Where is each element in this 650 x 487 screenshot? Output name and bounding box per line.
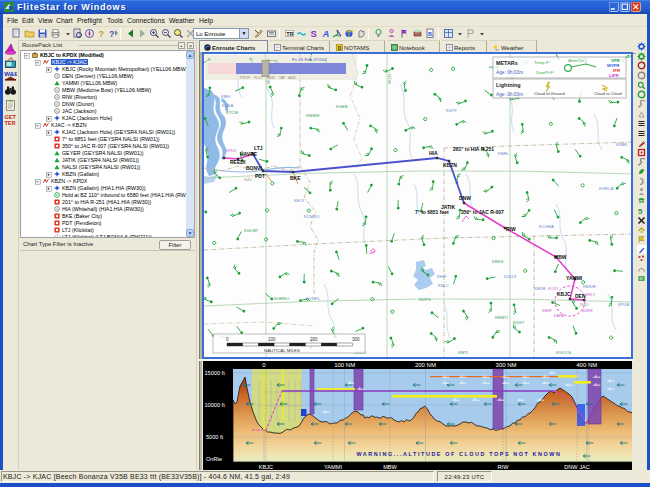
svg-text:=A==: =A==	[502, 381, 510, 385]
svg-text:KBJC: KBJC	[557, 291, 571, 297]
svg-text:KBDR: KBDR	[534, 286, 546, 291]
svg-text:D: D	[338, 45, 342, 51]
svg-text:281° to HIA R.251: 281° to HIA R.251	[453, 146, 494, 152]
svg-text:KEOI: KEOI	[294, 198, 304, 203]
svg-text:=A==: =A==	[593, 383, 601, 387]
svg-text:W&B: W&B	[4, 71, 17, 77]
svg-text:BONVL: BONVL	[246, 165, 264, 171]
svg-text:400 NM: 400 NM	[576, 362, 597, 368]
svg-text:KFLY: KFLY	[586, 293, 596, 297]
svg-text:=A==: =A==	[517, 398, 525, 402]
svg-text:300 NM: 300 NM	[496, 362, 517, 368]
svg-text:200 NM: 200 NM	[415, 362, 436, 368]
svg-text:=A==: =A==	[542, 375, 550, 379]
svg-text:BKE: BKE	[290, 175, 301, 181]
svg-text:=A==: =A==	[482, 381, 490, 385]
svg-text:=A==: =A==	[593, 375, 601, 379]
svg-text:KGOOS: KGOOS	[556, 350, 572, 355]
svg-text:300: 300	[352, 337, 360, 342]
svg-text:WARNING...ALTITUDE OF CLOUD TO: WARNING...ALTITUDE OF CLOUD TOPS NOT KNO…	[356, 451, 561, 457]
svg-text:5000 ft: 5000 ft	[206, 434, 224, 440]
svg-text:KSEA: KSEA	[222, 103, 233, 108]
svg-text:Fri 26 Feb 07:00Z: Fri 26 Feb 07:00Z	[292, 57, 327, 62]
svg-text:KONFL: KONFL	[306, 296, 321, 301]
svg-text:RIW: RIW	[506, 226, 516, 232]
svg-text:Age: 0h:03m: Age: 0h:03m	[496, 70, 523, 75]
svg-text:KIBRL: KIBRL	[616, 142, 629, 147]
svg-text:RIW: RIW	[498, 464, 510, 470]
svg-text:YAMMI: YAMMI	[324, 464, 342, 470]
svg-text:TER: TER	[5, 120, 16, 126]
svg-text:W105°: W105°	[632, 71, 633, 84]
svg-text:HAVRE: HAVRE	[240, 151, 258, 157]
svg-text:Cloud to Ground: Cloud to Ground	[534, 91, 565, 96]
svg-text:KMTI: KMTI	[458, 350, 468, 355]
svg-text:PROP FLIO SGW TAF A: PROP FLIO SGW TAF AMD	[240, 76, 297, 80]
svg-text:100 NM: 100 NM	[334, 362, 355, 368]
svg-text:DNW: DNW	[459, 195, 471, 201]
svg-text:KSTF: KSTF	[446, 108, 457, 113]
svg-text:KBZN: KBZN	[443, 162, 457, 168]
svg-text:=A==: =A==	[459, 381, 467, 385]
svg-text:K2013: K2013	[504, 274, 517, 279]
svg-text:KBJC: KBJC	[259, 464, 273, 470]
svg-text:=A==: =A==	[347, 381, 355, 385]
svg-text:15000 ft: 15000 ft	[205, 370, 226, 376]
svg-text:DewPt F°: DewPt F°	[536, 70, 555, 75]
svg-text:KGEB: KGEB	[336, 104, 348, 109]
svg-text:=A==: =A==	[522, 375, 530, 379]
svg-text:=A==: =A==	[542, 381, 550, 385]
svg-text:W115°: W115°	[387, 71, 392, 84]
svg-text:KRKS: KRKS	[492, 259, 504, 264]
svg-text:KEIDR: KEIDR	[583, 284, 596, 289]
svg-text:KGXT: KGXT	[513, 320, 525, 325]
svg-text:MBW: MBW	[554, 254, 567, 260]
svg-text:YAMMI: YAMMI	[566, 275, 583, 281]
svg-text:KBRL: KBRL	[498, 151, 510, 156]
svg-text:350° to JAC R-007: 350° to JAC R-007	[461, 209, 504, 215]
svg-text:Cloud to Cloud: Cloud to Cloud	[594, 91, 622, 96]
svg-text:PDT: PDT	[255, 173, 265, 179]
svg-text:=A==: =A==	[549, 371, 557, 375]
svg-text:OnRte: OnRte	[206, 456, 222, 462]
svg-text:=A==: =A==	[607, 387, 615, 391]
svg-text:=A==: =A==	[607, 379, 615, 383]
svg-text:=A==: =A==	[357, 387, 365, 391]
svg-text:KDPG: KDPG	[419, 297, 431, 302]
svg-text:KBFI: KBFI	[221, 94, 230, 99]
svg-text:Lightning: Lightning	[496, 82, 521, 88]
svg-text:METARs: METARs	[496, 60, 518, 66]
svg-text:=A==: =A==	[482, 375, 490, 379]
svg-text:KTCM: KTCM	[226, 110, 238, 115]
svg-text:5: 5	[638, 207, 643, 216]
svg-text:=A==: =A==	[565, 383, 573, 387]
svg-text:NAUTICAL MILES: NAUTICAL MILES	[264, 348, 300, 353]
svg-text:KGRNO: KGRNO	[274, 296, 290, 301]
svg-text:KVRCA: KVRCA	[599, 186, 614, 191]
svg-text:Temp F°: Temp F°	[534, 60, 551, 65]
svg-text:N45°: N45°	[244, 177, 254, 182]
svg-text:REEDI: REEDI	[230, 159, 246, 165]
svg-text:?: ?	[99, 29, 105, 39]
svg-text:KHIF: KHIF	[437, 274, 447, 279]
svg-text:KCGRA: KCGRA	[539, 224, 554, 229]
svg-text:DEN: DEN	[575, 293, 586, 299]
svg-text:HIA: HIA	[429, 150, 438, 156]
svg-text:KMWH: KMWH	[306, 113, 319, 118]
svg-text:KAPA: KAPA	[554, 314, 564, 318]
svg-text:KEMTI: KEMTI	[495, 315, 508, 320]
svg-text:=A==: =A==	[537, 398, 545, 402]
svg-text:LIFR: LIFR	[609, 73, 620, 78]
svg-text:=A==: =A==	[459, 375, 467, 379]
svg-text:=A==: =A==	[442, 381, 450, 385]
svg-text:A: A	[322, 28, 330, 39]
svg-text:Age: 0h:00m: Age: 0h:00m	[496, 92, 523, 97]
svg-text:=A==: =A==	[497, 398, 505, 402]
svg-text:=A==: =A==	[452, 398, 460, 402]
svg-text:KGLMT: KGLMT	[244, 228, 259, 233]
svg-text:KSLC: KSLC	[438, 283, 449, 288]
svg-text:10000 ft: 10000 ft	[205, 402, 226, 408]
svg-text:TR: TR	[286, 31, 293, 37]
svg-text:KPUB: KPUB	[618, 302, 630, 307]
svg-text:KPDX: KPDX	[226, 149, 237, 153]
